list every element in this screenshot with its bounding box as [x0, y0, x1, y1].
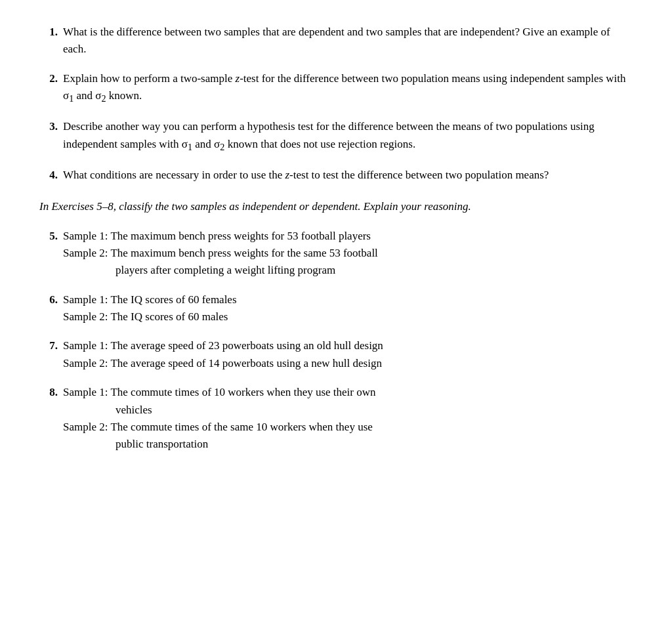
ex5-sample1: Sample 1: The maximum bench press weight…	[63, 228, 633, 245]
ex5-text: Sample 1: The maximum bench press weight…	[63, 228, 633, 280]
ex8-sample1: Sample 1: The commute times of 10 worker…	[63, 384, 633, 401]
question-4: 4. What conditions are necessary in orde…	[39, 167, 633, 184]
ex8-text: Sample 1: The commute times of 10 worker…	[63, 384, 633, 453]
ex7-sample1: Sample 1: The average speed of 23 powerb…	[63, 337, 633, 354]
question-3: 3. Describe another way you can perform …	[39, 118, 633, 155]
ex8-sample1-cont: vehicles	[63, 402, 633, 419]
exercise-8: 8. Sample 1: The commute times of 10 wor…	[39, 384, 633, 453]
question-2: 2. Explain how to perform a two-sample z…	[39, 70, 633, 107]
ex7-number: 7.	[39, 337, 63, 354]
q1-number: 1.	[39, 24, 63, 41]
q2-text: Explain how to perform a two-sample z-te…	[63, 70, 633, 107]
ex6-number: 6.	[39, 291, 63, 308]
exercise-5: 5. Sample 1: The maximum bench press wei…	[39, 228, 633, 280]
question-1: 1. What is the difference between two sa…	[39, 24, 633, 58]
ex6-sample2: Sample 2: The IQ scores of 60 males	[63, 308, 633, 326]
q4-text: What conditions are necessary in order t…	[63, 167, 633, 184]
q1-text: What is the difference between two sampl…	[63, 24, 633, 58]
q3-text: Describe another way you can perform a h…	[63, 118, 633, 155]
ex8-sample2: Sample 2: The commute times of the same …	[63, 419, 633, 436]
ex5-sample2: Sample 2: The maximum bench press weight…	[63, 245, 633, 262]
question-list: 1. What is the difference between two sa…	[39, 24, 633, 184]
ex7-sample2: Sample 2: The average speed of 14 powerb…	[63, 355, 633, 372]
q2-number: 2.	[39, 70, 63, 87]
section-instruction: In Exercises 5–8, classify the two sampl…	[39, 198, 633, 215]
ex6-text: Sample 1: The IQ scores of 60 females Sa…	[63, 291, 633, 326]
ex5-number: 5.	[39, 228, 63, 245]
ex8-number: 8.	[39, 384, 63, 401]
ex5-sample2-cont: players after completing a weight liftin…	[63, 262, 633, 279]
ex7-text: Sample 1: The average speed of 23 powerb…	[63, 337, 633, 372]
ex6-sample1: Sample 1: The IQ scores of 60 females	[63, 291, 633, 308]
exercise-list: 5. Sample 1: The maximum bench press wei…	[39, 228, 633, 453]
exercise-6: 6. Sample 1: The IQ scores of 60 females…	[39, 291, 633, 326]
exercise-7: 7. Sample 1: The average speed of 23 pow…	[39, 337, 633, 372]
q4-number: 4.	[39, 167, 63, 184]
q3-number: 3.	[39, 118, 63, 135]
ex8-sample2-cont: public transportation	[63, 436, 633, 453]
